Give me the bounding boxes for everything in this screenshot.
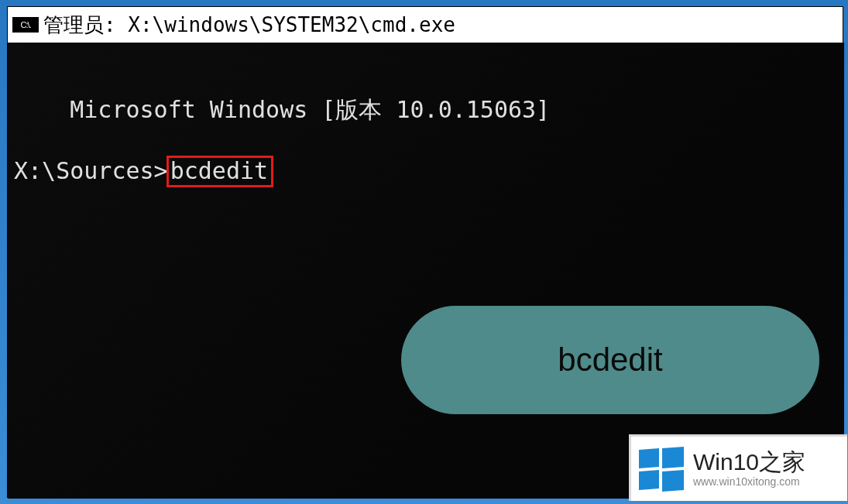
prompt-path: X:\Sources> — [14, 157, 168, 184]
watermark: Win10之家 www.win10xitong.com — [629, 434, 847, 501]
cmd-window: C:\. 管理员: X:\windows\SYSTEM32\cmd.exe Mi… — [7, 6, 843, 498]
windows-version-line: Microsoft Windows [版本 10.0.15063] — [70, 96, 550, 123]
windows-logo-icon — [639, 449, 684, 489]
window-title: 管理员: X:\windows\SYSTEM32\cmd.exe — [43, 12, 455, 39]
annotation-label: bcdedit — [558, 341, 662, 379]
annotation-pill: bcdedit — [401, 306, 819, 414]
cmd-icon: C:\. — [12, 17, 39, 33]
watermark-title: Win10之家 — [693, 451, 805, 474]
terminal-body[interactable]: Microsoft Windows [版本 10.0.15063] X:\Sou… — [8, 43, 844, 499]
title-bar[interactable]: C:\. 管理员: X:\windows\SYSTEM32\cmd.exe — [8, 7, 843, 43]
typed-command: bcdedit — [167, 156, 273, 187]
watermark-url: www.win10xitong.com — [693, 475, 805, 488]
